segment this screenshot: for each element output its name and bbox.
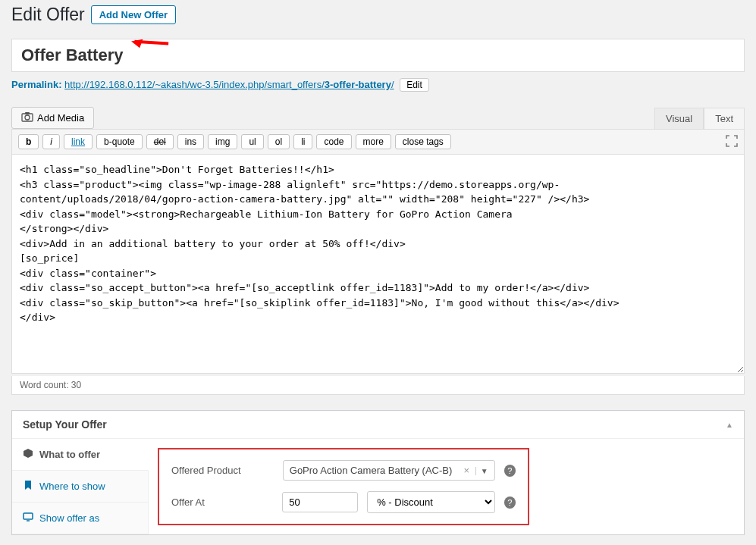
select-clear-icon[interactable]: ×: [463, 465, 469, 476]
offered-product-value: GoPro Action Camera Battery (AC-B): [290, 465, 453, 476]
qt-bold-button[interactable]: b: [18, 134, 39, 149]
content-textarea[interactable]: [11, 154, 745, 374]
chevron-down-icon[interactable]: ▼: [475, 467, 488, 475]
qt-ul-button[interactable]: ul: [241, 134, 263, 149]
svg-point-1: [25, 115, 30, 120]
metabox-toggle-icon[interactable]: ▲: [726, 421, 733, 429]
qt-ol-button[interactable]: ol: [268, 134, 290, 149]
permalink-link[interactable]: http://192.168.0.112/~akash/wc-3.5/index…: [64, 79, 394, 90]
tab-what-label: What to offer: [39, 449, 100, 460]
offered-product-label: Offered Product: [171, 465, 274, 476]
help-icon[interactable]: ?: [504, 496, 516, 509]
qt-li-button[interactable]: li: [293, 134, 312, 149]
camera-icon: [21, 111, 33, 124]
tab-what-to-offer[interactable]: What to offer: [12, 439, 149, 471]
permalink-label: Permalink:: [11, 79, 61, 90]
cube-icon: [23, 448, 33, 461]
qt-more-button[interactable]: more: [356, 134, 391, 149]
edit-permalink-button[interactable]: Edit: [400, 78, 429, 92]
offer-at-label: Offer At: [171, 496, 273, 508]
tab-where-to-show[interactable]: Where to show: [12, 471, 148, 503]
permalink-row: Permalink: http://192.168.0.112/~akash/w…: [11, 78, 745, 92]
qt-bquote-button[interactable]: b-quote: [96, 134, 143, 149]
tab-text[interactable]: Text: [704, 108, 745, 129]
qt-code-button[interactable]: code: [316, 134, 351, 149]
word-count: Word count: 30: [11, 376, 745, 395]
qt-link-button[interactable]: link: [64, 134, 93, 149]
help-icon[interactable]: ?: [504, 465, 516, 477]
qt-img-button[interactable]: img: [208, 134, 237, 149]
setup-offer-title: Setup Your Offer: [23, 418, 107, 431]
add-new-offer-button[interactable]: Add New Offer: [91, 5, 176, 24]
offer-title-input[interactable]: [11, 39, 745, 72]
qt-italic-button[interactable]: i: [42, 134, 60, 149]
add-media-label: Add Media: [37, 112, 84, 124]
page-title: Edit Offer: [11, 5, 85, 25]
setup-offer-metabox: Setup Your Offer ▲ What to offer Where t…: [11, 410, 745, 535]
svg-rect-2: [25, 112, 30, 114]
qt-close-button[interactable]: close tags: [395, 134, 451, 149]
tab-where-label: Where to show: [39, 481, 105, 492]
add-media-button[interactable]: Add Media: [11, 107, 94, 129]
bookmark-icon: [23, 480, 33, 493]
qt-ins-button[interactable]: ins: [177, 134, 204, 149]
offer-at-type-select[interactable]: % - Discount: [367, 491, 494, 513]
svg-rect-3: [24, 513, 33, 519]
tab-show-offer-as[interactable]: Show offer as: [12, 503, 148, 534]
quicktags-toolbar: b i link b-quote del ins img ul ol li co…: [11, 129, 745, 154]
offered-product-select[interactable]: GoPro Action Camera Battery (AC-B) × ▼: [283, 460, 495, 481]
tab-visual[interactable]: Visual: [654, 108, 704, 129]
fullscreen-icon[interactable]: [726, 135, 738, 149]
qt-del-button[interactable]: del: [146, 134, 174, 149]
monitor-icon: [23, 512, 33, 525]
tab-showas-label: Show offer as: [39, 512, 99, 524]
offer-at-input[interactable]: [282, 492, 358, 512]
